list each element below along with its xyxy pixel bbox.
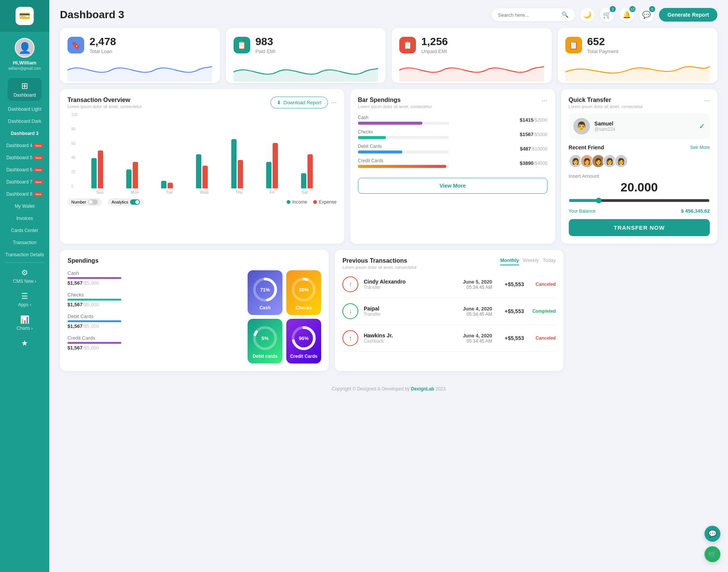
overflow-menu-button[interactable]: ··· xyxy=(331,99,337,107)
debit-fill xyxy=(358,150,403,154)
quick-transfer-title: Quick Transfer xyxy=(569,97,643,103)
bar-chart xyxy=(83,113,322,188)
stat-card-total-loan: 🔖 2,478 Total Loan xyxy=(60,28,220,83)
unpaid-emi-label: Unpaid EMI xyxy=(421,49,448,54)
credit-track xyxy=(358,165,449,168)
amount-slider[interactable] xyxy=(569,197,710,204)
recent-friend-title: Recent Friend xyxy=(569,144,604,150)
transfer-now-button[interactable]: TRANSFER NOW xyxy=(569,219,710,236)
spendings-title: Spendings xyxy=(67,257,321,264)
bar-teal-fri xyxy=(266,162,271,188)
sidebar-item-dashboard7[interactable]: Dashboard 7New xyxy=(0,176,49,188)
credit-fill xyxy=(358,165,446,168)
quick-transfer-overflow[interactable]: ··· xyxy=(704,97,710,105)
bar-spendings-overflow[interactable]: ··· xyxy=(542,97,548,105)
fab-cart[interactable]: 🛒 xyxy=(704,546,720,562)
prev-trans-title: Previous Transactions xyxy=(342,257,417,264)
donut-credit-label: Credit Cards xyxy=(290,354,317,359)
trans-status-2: Completed xyxy=(529,309,556,314)
stat-card-paid-emi: 📋 983 Paid EMI xyxy=(226,28,386,83)
paid-emi-value: 983 xyxy=(256,36,276,48)
trans-icon-1: ↑ xyxy=(342,276,358,292)
sidebar-item-charts[interactable]: 📊 Charts › xyxy=(0,311,49,335)
bar-teal-sun xyxy=(91,158,97,188)
debit-amount: $487/$10000 xyxy=(520,146,547,152)
trans-type-3: Cashback xyxy=(364,338,393,344)
prev-trans-subtitle: Lorem ipsum dolor sit amet, consectetur xyxy=(342,265,417,270)
new-badge: New xyxy=(34,144,43,148)
sidebar-item-cms[interactable]: ⚙ CMS New › xyxy=(0,264,49,288)
dashboard-icon: ⊞ xyxy=(21,81,28,91)
tab-today[interactable]: Today xyxy=(543,257,556,265)
trans-name-1: Cindy Alexandro xyxy=(364,279,406,285)
bar-red-sun xyxy=(98,150,103,188)
sidebar-item-dashboard-light[interactable]: Dashboard Light xyxy=(0,103,49,115)
trans-amount-1: +$5,553 xyxy=(497,281,524,287)
cart-button[interactable]: 🛒 2 xyxy=(600,8,614,22)
new-badge: New xyxy=(34,156,43,160)
star-icon: ★ xyxy=(21,338,28,348)
number-toggle[interactable]: Number xyxy=(67,198,102,206)
tab-weekly[interactable]: Weekly xyxy=(523,257,539,265)
spendings-checks: Checks $1,567/$5,000 xyxy=(67,292,242,307)
sidebar-item-cards[interactable]: Cards Center xyxy=(0,224,49,237)
search-input[interactable] xyxy=(498,12,559,18)
balance-amount: $ 456,345.62 xyxy=(681,208,710,214)
fab-support[interactable]: 💬 xyxy=(704,526,720,542)
sidebar-item-apps[interactable]: ☰ Apps › xyxy=(0,288,49,311)
expense-legend: Expense xyxy=(313,199,337,205)
sidebar-item-transaction[interactable]: Transaction xyxy=(0,237,49,249)
view-more-button[interactable]: View More xyxy=(358,178,548,194)
bar-group-sat xyxy=(293,154,322,188)
spendings-checks-bar xyxy=(67,299,121,301)
credit-amount: $3890/$4000 xyxy=(520,160,548,166)
checks-label: Checks xyxy=(358,129,515,135)
sidebar-item-wallet[interactable]: My Wallet xyxy=(0,200,49,212)
search-box[interactable]: 🔍 xyxy=(492,8,575,21)
charts-icon: 📊 xyxy=(20,315,30,324)
analytics-toggle[interactable]: Analytics xyxy=(108,198,144,206)
total-payment-icon: 📋 xyxy=(565,37,582,53)
spendings-debit-label: Debit Cards xyxy=(67,313,242,319)
stat-card-unpaid-emi: 📋 1,256 Unpaid EMI xyxy=(392,28,552,83)
cash-amount: $1415/$2000 xyxy=(520,117,548,123)
download-report-button[interactable]: ⬇ Download Report xyxy=(270,97,328,108)
sidebar-item-dashboard-dark[interactable]: Dashboard Dark xyxy=(0,115,49,127)
sidebar-item-favorites[interactable]: ★ xyxy=(0,335,49,353)
chat-button[interactable]: 💬 5 xyxy=(639,8,654,22)
sidebar-item-invoices[interactable]: Invoices xyxy=(0,212,49,224)
card-actions: ⬇ Download Report ··· xyxy=(270,97,336,108)
spendings-cash-label: Cash xyxy=(67,270,242,276)
gear-icon: ⚙ xyxy=(21,268,28,277)
tab-monthly[interactable]: Monthly xyxy=(500,257,519,265)
spendings-credit-bar xyxy=(67,342,121,344)
donut-credit-svg: 96% xyxy=(290,325,317,351)
bar-red-mon xyxy=(133,162,138,188)
transaction-overview-subtitle: Lorem ipsum dolor sit amet, consectetur xyxy=(67,104,142,109)
transaction-overview-title: Transaction Overview xyxy=(67,97,142,103)
sidebar-username: Hi,William xyxy=(13,60,36,66)
sidebar-item-transaction-details[interactable]: Transaction Details xyxy=(0,249,49,261)
notification-button[interactable]: 🔔 12 xyxy=(620,8,634,22)
moon-button[interactable]: 🌙 xyxy=(580,8,595,22)
svg-text:71%: 71% xyxy=(260,287,270,293)
paid-emi-label: Paid EMI xyxy=(256,49,276,54)
bar-group-wed xyxy=(188,154,217,188)
generate-report-button[interactable]: Generate Report xyxy=(659,8,717,22)
sidebar-item-dashboard5[interactable]: Dashboard 5New xyxy=(0,152,49,164)
sidebar-item-dashboard4[interactable]: Dashboard 4New xyxy=(0,139,49,152)
sidebar-item-dashboard3[interactable]: Dashboard 3 xyxy=(0,127,49,139)
cart-badge: 2 xyxy=(610,6,616,12)
sidebar-item-dashboard6[interactable]: Dashboard 6New xyxy=(0,164,49,176)
transaction-tabs: Monthly Weekly Today xyxy=(500,257,556,265)
trans-amount-3: +$5,553 xyxy=(497,335,524,341)
spendings-cash-bar xyxy=(67,277,121,279)
see-more-link[interactable]: See More xyxy=(690,145,710,150)
friend-avatar-5[interactable]: 👩 xyxy=(614,154,628,168)
checks-track xyxy=(358,136,449,139)
spendings-credit-label: Credit Cards xyxy=(67,335,242,341)
page-title: Dashboard 3 xyxy=(60,9,124,21)
new-badge: New xyxy=(34,168,43,172)
sidebar-item-dashboard8[interactable]: Dashboard 8New xyxy=(0,188,49,200)
dashboard-toggle[interactable]: ⊞ Dashboard xyxy=(8,78,42,101)
